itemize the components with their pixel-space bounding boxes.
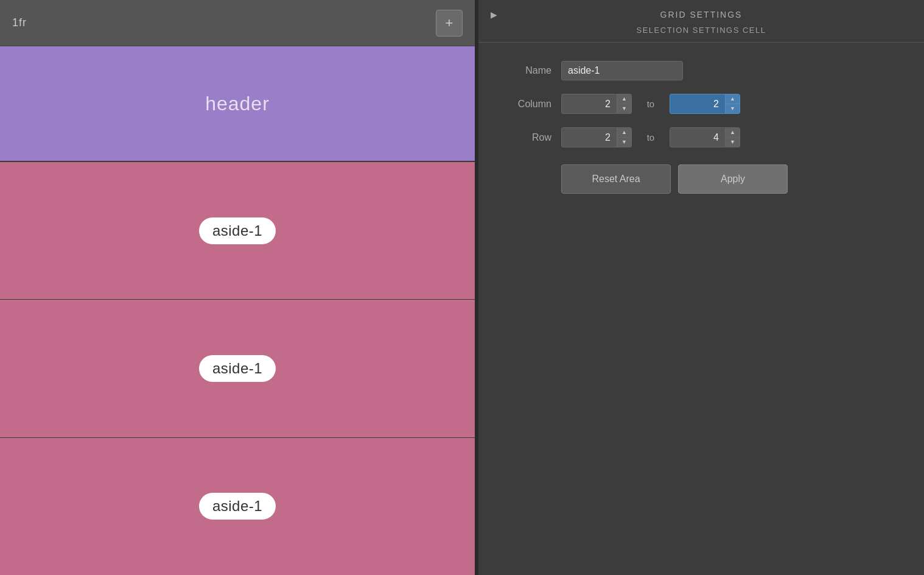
grid-preview-panel: 1fr + header aside-1 aside-1 aside-1 (0, 0, 475, 575)
row-to-spinner-buttons: ▲ ▼ (725, 128, 740, 147)
add-column-button[interactable]: + (436, 10, 463, 37)
column-to-label: to (642, 99, 660, 109)
settings-panel-header: ▶ GRID SETTINGS SELECTION SETTINGS CELL (478, 0, 924, 43)
column-from-spinner: ▲ ▼ (561, 94, 632, 114)
row-from-up-button[interactable]: ▲ (617, 128, 631, 138)
row-to-label: to (642, 132, 660, 143)
name-row: Name (503, 61, 900, 80)
column-from-input[interactable] (562, 94, 617, 113)
row-to-down-button[interactable]: ▼ (726, 138, 740, 147)
row-from-down-button[interactable]: ▼ (617, 138, 631, 147)
header-cell-label: header (205, 93, 270, 115)
row-to-up-button[interactable]: ▲ (726, 128, 740, 138)
grid-header-bar: 1fr + (0, 0, 475, 46)
grid-content: header aside-1 aside-1 aside-1 (0, 46, 475, 575)
aside-cell-label-3: aside-1 (199, 493, 276, 520)
column-from-down-button[interactable]: ▼ (617, 104, 631, 113)
panel-subtitle: SELECTION SETTINGS CELL (637, 26, 766, 35)
row-from-spinner-buttons: ▲ ▼ (617, 128, 631, 147)
apply-button[interactable]: Apply (678, 164, 788, 194)
column-row: Column ▲ ▼ to ▲ ▼ (503, 94, 900, 114)
name-input[interactable] (561, 61, 683, 80)
panel-title-row: ▶ GRID SETTINGS (478, 10, 924, 26)
grid-cell-aside-1[interactable]: aside-1 (0, 162, 475, 300)
row-to-input[interactable] (670, 128, 725, 147)
grid-cell-header[interactable]: header (0, 46, 475, 162)
column-to-spinner: ▲ ▼ (670, 94, 740, 114)
column-to-input[interactable] (670, 94, 725, 113)
expand-icon[interactable]: ▶ (491, 10, 497, 19)
column-from-up-button[interactable]: ▲ (617, 94, 631, 104)
grid-cell-aside-2[interactable]: aside-1 (0, 300, 475, 437)
reset-area-button[interactable]: Reset Area (561, 164, 671, 194)
column-label: Column (503, 99, 551, 110)
column-from-spinner-buttons: ▲ ▼ (617, 94, 631, 113)
row-from-spinner: ▲ ▼ (561, 127, 632, 147)
column-label: 1fr (12, 16, 27, 29)
column-to-spinner-buttons: ▲ ▼ (725, 94, 740, 113)
action-buttons-row: Reset Area Apply (503, 164, 900, 194)
aside-cell-label-2: aside-1 (199, 355, 276, 382)
row-from-input[interactable] (562, 128, 617, 147)
row-to-spinner: ▲ ▼ (670, 127, 740, 147)
grid-cell-aside-3[interactable]: aside-1 (0, 438, 475, 575)
aside-cell-label-1: aside-1 (199, 217, 276, 244)
panel-title: GRID SETTINGS (660, 10, 743, 19)
settings-form: Name Column ▲ ▼ to ▲ ▼ (478, 43, 924, 212)
settings-panel: ▶ GRID SETTINGS SELECTION SETTINGS CELL … (478, 0, 924, 575)
row-row: Row ▲ ▼ to ▲ ▼ (503, 127, 900, 147)
column-to-down-button[interactable]: ▼ (726, 104, 740, 113)
row-label: Row (503, 132, 551, 143)
column-to-up-button[interactable]: ▲ (726, 94, 740, 104)
name-label: Name (503, 65, 551, 76)
